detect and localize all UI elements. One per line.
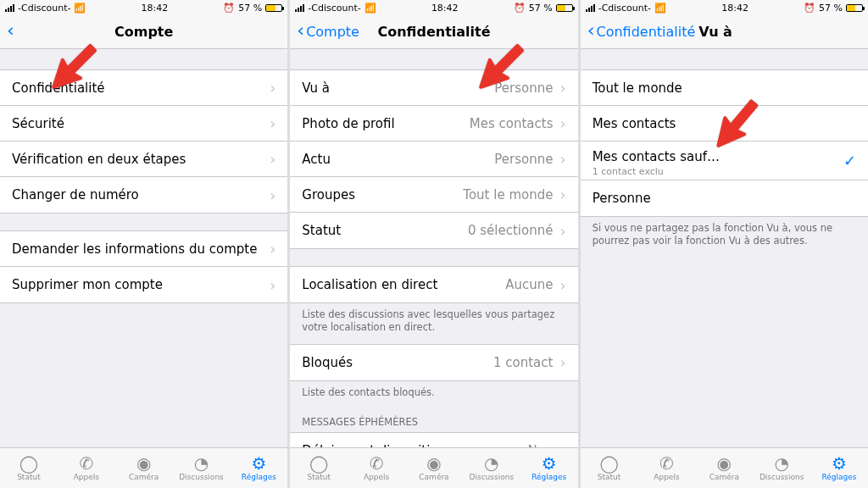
gear-icon: ⚙: [832, 455, 847, 472]
row-value: Mes contacts: [470, 116, 554, 131]
tab-label: Réglages: [242, 473, 276, 481]
page-title: Vu à: [698, 24, 732, 40]
chevron-right-icon: ›: [270, 276, 275, 294]
row-label: Groupes: [302, 187, 463, 202]
tab-label: Appels: [364, 473, 389, 481]
row-delai-disparition[interactable]: Délai avant disparitionNon›: [290, 433, 577, 447]
tab-camera[interactable]: ◉Caméra: [405, 448, 463, 488]
carrier-text: -Cdiscount-: [18, 3, 70, 14]
clock: 18:42: [431, 3, 459, 14]
option-label: Mes contacts sauf…: [593, 149, 843, 164]
status-right: ⏰ 57 %: [514, 3, 573, 14]
alarm-icon: ⏰: [804, 3, 815, 14]
chevron-right-icon: ›: [559, 441, 565, 447]
tab-reglages[interactable]: ⚙Réglages: [810, 448, 868, 488]
option-label: Mes contacts: [593, 116, 856, 131]
row-value: Personne: [494, 152, 553, 167]
row-value: 1 contact: [493, 355, 553, 370]
row-label: Confidentialité: [12, 80, 266, 96]
row-value: Tout le monde: [463, 187, 553, 202]
chevron-right-icon: ›: [270, 240, 275, 258]
row-label: Actu: [302, 152, 494, 167]
clock: 18:42: [721, 3, 748, 14]
status-bar: -Cdiscount- 📶 18:42 ⏰ 57 %: [0, 0, 287, 15]
row-label: Statut: [302, 223, 468, 238]
row-bloques[interactable]: Bloqués1 contact›: [290, 345, 577, 380]
tab-camera[interactable]: ◉Caméra: [115, 448, 173, 488]
wifi-icon: 📶: [654, 3, 666, 14]
tab-appels[interactable]: ✆Appels: [58, 448, 115, 488]
row-value: 0 sélectionné: [468, 223, 553, 238]
row-confidentialite[interactable]: Confidentialité›: [0, 70, 287, 106]
tab-statut[interactable]: ◯Statut: [0, 448, 58, 488]
nav-bar: ‹Compte Confidentialité: [290, 15, 577, 49]
tab-label: Caméra: [129, 473, 159, 481]
back-label: Confidentialité: [596, 24, 695, 40]
tab-discussions[interactable]: ◔Discussions: [463, 448, 520, 488]
nav-bar: ‹ Compte: [0, 15, 287, 49]
option-personne[interactable]: Personne: [581, 180, 868, 216]
row-groupes[interactable]: GroupesTout le monde›: [290, 177, 577, 213]
tab-statut[interactable]: ◯Statut: [290, 448, 348, 488]
status-icon: ◯: [19, 455, 38, 472]
tab-label: Discussions: [470, 473, 515, 481]
phone-icon: ✆: [370, 455, 384, 472]
tab-camera[interactable]: ◉Caméra: [695, 448, 753, 488]
row-changer-numero[interactable]: Changer de numéro›: [0, 177, 287, 213]
status-icon: ◯: [309, 455, 328, 472]
signal-icon: [5, 4, 14, 12]
content: Tout le monde Mes contacts Mes contacts …: [581, 49, 868, 447]
row-verification[interactable]: Vérification en deux étapes›: [0, 141, 287, 177]
signal-icon: [295, 4, 304, 12]
back-button[interactable]: ‹Compte: [297, 24, 359, 40]
status-left: -Cdiscount- 📶: [586, 3, 666, 14]
options-group: Tout le monde Mes contacts Mes contacts …: [581, 69, 868, 217]
tab-label: Appels: [654, 473, 679, 481]
row-photo-profil[interactable]: Photo de profilMes contacts›: [290, 106, 577, 141]
row-vu-a[interactable]: Vu àPersonne›: [290, 70, 577, 106]
row-securite[interactable]: Sécurité›: [0, 106, 287, 141]
tab-discussions[interactable]: ◔Discussions: [753, 448, 810, 488]
back-button[interactable]: ‹Confidentialité: [587, 24, 696, 40]
screen-confidentialite: -Cdiscount- 📶 18:42 ⏰ 57 % ‹Compte Confi…: [290, 0, 577, 488]
row-statut[interactable]: Statut0 sélectionné›: [290, 213, 577, 248]
row-demander-infos[interactable]: Demander les informations du compte›: [0, 231, 287, 267]
content: Vu àPersonne› Photo de profilMes contact…: [290, 49, 577, 447]
gear-icon: ⚙: [542, 455, 557, 472]
row-label: Localisation en direct: [302, 277, 505, 292]
tab-appels[interactable]: ✆Appels: [348, 448, 405, 488]
tab-label: Discussions: [179, 473, 224, 481]
tab-label: Réglages: [821, 473, 856, 481]
row-supprimer-compte[interactable]: Supprimer mon compte›: [0, 267, 287, 302]
tab-reglages[interactable]: ⚙Réglages: [230, 448, 287, 488]
chevron-right-icon: ›: [559, 114, 565, 132]
option-tout-le-monde[interactable]: Tout le monde: [581, 70, 868, 106]
battery-icon: [846, 4, 863, 12]
nav-bar: ‹Confidentialité Vu à: [581, 15, 868, 49]
status-bar: -Cdiscount- 📶 18:42 ⏰ 57 %: [581, 0, 868, 15]
chevron-right-icon: ›: [559, 353, 565, 371]
settings-group: Demander les informations du compte› Sup…: [0, 230, 287, 303]
tab-label: Statut: [307, 473, 331, 481]
tab-reglages[interactable]: ⚙Réglages: [520, 448, 578, 488]
tab-label: Discussions: [760, 473, 804, 481]
option-mes-contacts-sauf[interactable]: Mes contacts sauf… 1 contact exclu ✓: [581, 141, 868, 180]
row-localisation[interactable]: Localisation en directAucune›: [290, 267, 577, 302]
chevron-right-icon: ›: [559, 222, 565, 240]
status-right: ⏰ 57 %: [223, 3, 282, 14]
settings-group: Bloqués1 contact›: [290, 344, 577, 381]
chevron-right-icon: ›: [559, 186, 565, 203]
status-left: -Cdiscount- 📶: [295, 3, 376, 14]
back-button[interactable]: ‹: [7, 24, 14, 40]
settings-group: Délai avant disparitionNon›: [290, 432, 577, 447]
option-subtitle: 1 contact exclu: [593, 166, 664, 177]
content: Confidentialité› Sécurité› Vérification …: [0, 49, 287, 447]
tab-statut[interactable]: ◯Statut: [581, 448, 638, 488]
tab-discussions[interactable]: ◔Discussions: [173, 448, 231, 488]
option-mes-contacts[interactable]: Mes contacts: [581, 106, 868, 141]
status-right: ⏰ 57 %: [804, 3, 863, 14]
tab-appels[interactable]: ✆Appels: [638, 448, 696, 488]
row-actu[interactable]: ActuPersonne›: [290, 141, 577, 177]
page-title: Compte: [0, 24, 287, 40]
battery-icon: [265, 4, 282, 12]
